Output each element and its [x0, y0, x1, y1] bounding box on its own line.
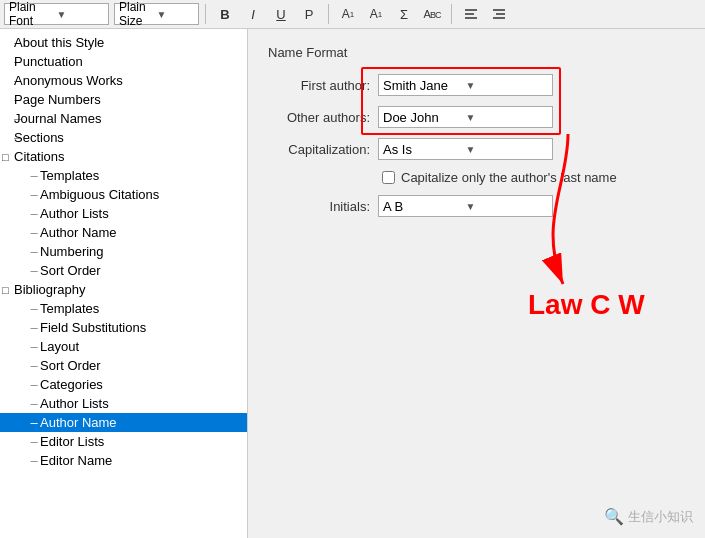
font-arrow-icon: ▼ [57, 9, 105, 20]
plain-button[interactable]: P [296, 3, 322, 25]
sidebar-label-bib-author-name: Author Name [40, 415, 117, 430]
tree-dash: – [28, 377, 40, 392]
watermark-text: 生信小知识 [628, 508, 693, 526]
capitalization-value: As Is [383, 142, 466, 157]
first-author-select[interactable]: Smith Jane ▼ [378, 74, 553, 96]
sidebar-item-bib-author-lists[interactable]: – Author Lists [0, 394, 247, 413]
tree-dash: – [28, 320, 40, 335]
bold-button[interactable]: B [212, 3, 238, 25]
tree-dash: – [28, 168, 40, 183]
initials-select[interactable]: A B ▼ [378, 195, 553, 217]
sidebar-item-page-numbers[interactable]: – Page Numbers [0, 90, 247, 109]
capitalization-select[interactable]: As Is ▼ [378, 138, 553, 160]
sidebar-item-categories[interactable]: – Categories [0, 375, 247, 394]
capitalize-checkbox[interactable] [382, 171, 395, 184]
sidebar-item-sort-order2[interactable]: – Sort Order [0, 356, 247, 375]
sidebar-label-templates: Templates [40, 168, 99, 183]
align-left-button[interactable] [458, 3, 484, 25]
first-author-label: First author: [268, 78, 378, 93]
sidebar-item-editor-name[interactable]: – Editor Name [0, 451, 247, 470]
checkbox-row: Capitalize only the author's last name [268, 170, 685, 185]
sidebar-label-sort-order2: Sort Order [40, 358, 101, 373]
tree-dash: – [28, 415, 40, 430]
tree-dash: – [0, 111, 14, 126]
capitalization-row: Capitalization: As Is ▼ [268, 138, 685, 160]
first-author-value: Smith Jane [383, 78, 466, 93]
dropdown-arrow-icon: ▼ [466, 201, 549, 212]
sidebar-label-author-lists: Author Lists [40, 206, 109, 221]
sidebar-label-bib-author-lists: Author Lists [40, 396, 109, 411]
separator-1 [205, 4, 206, 24]
sidebar-label-editor-lists: Editor Lists [40, 434, 104, 449]
sidebar-label-author-name: Author Name [40, 225, 117, 240]
sidebar-item-citations[interactable]: □ Citations [0, 147, 247, 166]
italic-button[interactable]: I [240, 3, 266, 25]
sidebar-item-about[interactable]: – About this Style [0, 33, 247, 52]
sidebar-label-anonymous: Anonymous Works [14, 73, 123, 88]
sidebar-label-sort-order: Sort Order [40, 263, 101, 278]
sidebar-item-layout[interactable]: – Layout [0, 337, 247, 356]
sidebar-item-bib-templates[interactable]: – Templates [0, 299, 247, 318]
other-authors-select[interactable]: Doe John ▼ [378, 106, 553, 128]
tree-dash: – [0, 130, 14, 145]
sidebar-item-editor-lists[interactable]: – Editor Lists [0, 432, 247, 451]
sidebar-item-bibliography[interactable]: □ Bibliography [0, 280, 247, 299]
tree-dash: – [0, 73, 14, 88]
other-authors-row: Other authors: Doe John ▼ [268, 106, 685, 128]
tree-dash: – [28, 301, 40, 316]
sidebar-label-punctuation: Punctuation [14, 54, 83, 69]
watermark-icon: 🔍 [604, 507, 624, 526]
tree-dash: – [28, 358, 40, 373]
initials-row: Initials: A B ▼ [268, 195, 685, 217]
other-authors-value: Doe John [383, 110, 466, 125]
sidebar-label-layout: Layout [40, 339, 79, 354]
tree-dash: – [28, 225, 40, 240]
annotation-text: Law C W [528, 289, 645, 321]
initials-label: Initials: [268, 199, 378, 214]
separator-3 [451, 4, 452, 24]
font-dropdown[interactable]: Plain Font ▼ [4, 3, 109, 25]
superscript-button[interactable]: A1 [335, 3, 361, 25]
main-layout: – About this Style – Punctuation – Anony… [0, 29, 705, 538]
sidebar-label-editor-name: Editor Name [40, 453, 112, 468]
sidebar-label-numbering: Numbering [40, 244, 104, 259]
size-label: Plain Size [119, 0, 157, 28]
underline-button[interactable]: U [268, 3, 294, 25]
content-panel: Name Format First author: Smith Jane ▼ O… [248, 29, 705, 538]
sidebar-label-bib-templates: Templates [40, 301, 99, 316]
sigma-button[interactable]: Σ [391, 3, 417, 25]
sidebar-item-ambiguous[interactable]: – Ambiguous Citations [0, 185, 247, 204]
sidebar-item-bib-author-name[interactable]: – Author Name [0, 413, 247, 432]
sidebar-item-templates[interactable]: – Templates [0, 166, 247, 185]
sidebar-item-journal-names[interactable]: – Journal Names [0, 109, 247, 128]
sidebar-label-sections: Sections [14, 130, 64, 145]
tree-expand-icon-bib: □ [0, 284, 14, 296]
tree-dash: – [28, 206, 40, 221]
sidebar-item-sort-order[interactable]: – Sort Order [0, 261, 247, 280]
sidebar-label-about: About this Style [14, 35, 104, 50]
tree-dash: – [28, 396, 40, 411]
watermark: 🔍 生信小知识 [604, 507, 693, 526]
size-dropdown[interactable]: Plain Size ▼ [114, 3, 199, 25]
tree-dash: – [28, 263, 40, 278]
align-right-button[interactable] [486, 3, 512, 25]
tree-dash: – [28, 453, 40, 468]
sidebar-item-author-name[interactable]: – Author Name [0, 223, 247, 242]
tree-dash: – [28, 339, 40, 354]
subscript-button[interactable]: A1 [363, 3, 389, 25]
sidebar-item-author-lists[interactable]: – Author Lists [0, 204, 247, 223]
sidebar-label-field-sub: Field Substitutions [40, 320, 146, 335]
capitalize-label[interactable]: Capitalize only the author's last name [401, 170, 617, 185]
abc-button[interactable]: ABC [419, 3, 445, 25]
sidebar-item-field-sub[interactable]: – Field Substitutions [0, 318, 247, 337]
tree-dash: – [28, 187, 40, 202]
sidebar-item-anonymous[interactable]: – Anonymous Works [0, 71, 247, 90]
sidebar-item-sections[interactable]: – Sections [0, 128, 247, 147]
sidebar-item-numbering[interactable]: – Numbering [0, 242, 247, 261]
tree-dash: – [28, 434, 40, 449]
sidebar-label-bibliography: Bibliography [14, 282, 86, 297]
tree-dash: – [28, 244, 40, 259]
sidebar-item-punctuation[interactable]: – Punctuation [0, 52, 247, 71]
sidebar: – About this Style – Punctuation – Anony… [0, 29, 248, 538]
section-title: Name Format [268, 45, 685, 60]
